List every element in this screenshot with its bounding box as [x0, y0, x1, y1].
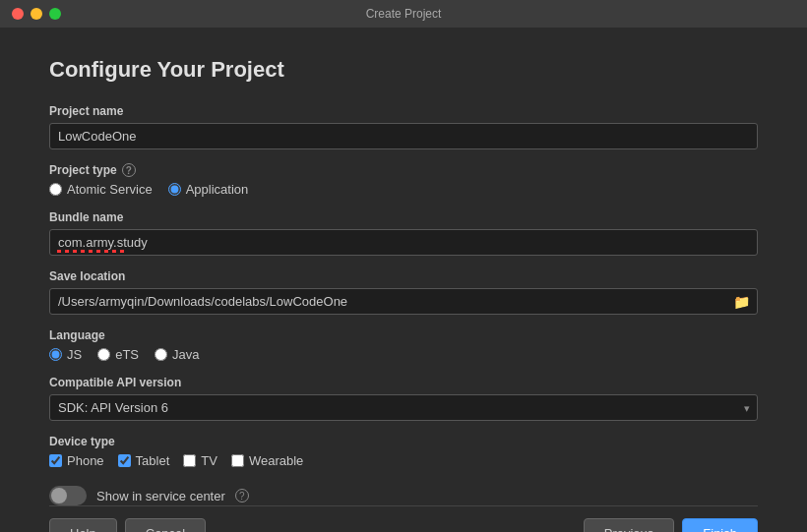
bundle-name-input[interactable] [49, 229, 758, 256]
footer-right: Previous Finish [584, 518, 758, 532]
close-button[interactable] [12, 8, 24, 20]
checkbox-tv-label: TV [201, 453, 217, 468]
save-location-section: Save location 📁 [49, 269, 758, 315]
folder-icon[interactable]: 📁 [733, 294, 750, 310]
service-center-row: Show in service center ? [49, 486, 758, 505]
footer-left: Help Cancel [49, 518, 206, 532]
project-type-label: Project type ? [49, 163, 758, 177]
api-version-select-wrapper: SDK: API Version 6 SDK: API Version 5 SD… [49, 394, 758, 421]
bundle-name-section: Bundle name [49, 210, 758, 256]
help-button[interactable]: Help [49, 518, 117, 532]
project-name-input[interactable] [49, 123, 758, 149]
device-type-section: Device type Phone Tablet TV Wearable [49, 435, 758, 468]
main-content: Configure Your Project Project name Proj… [0, 28, 807, 532]
maximize-button[interactable] [49, 8, 61, 20]
minimize-button[interactable] [31, 8, 42, 20]
project-type-section: Project type ? Atomic Service Applicatio… [49, 163, 758, 197]
radio-atomic-service[interactable]: Atomic Service [49, 182, 153, 197]
service-center-toggle[interactable] [49, 486, 87, 505]
project-name-label: Project name [49, 104, 758, 118]
checkbox-wearable[interactable]: Wearable [231, 453, 303, 468]
window-controls[interactable] [12, 8, 61, 20]
language-section: Language JS eTS Java [49, 328, 758, 362]
checkbox-phone[interactable]: Phone [49, 453, 104, 468]
checkbox-tablet[interactable]: Tablet [118, 453, 170, 468]
radio-ets[interactable]: eTS [97, 347, 139, 362]
radio-application[interactable]: Application [168, 182, 249, 197]
api-version-select[interactable]: SDK: API Version 6 SDK: API Version 5 SD… [49, 394, 758, 421]
finish-button[interactable]: Finish [682, 518, 758, 532]
save-location-label: Save location [49, 269, 758, 283]
project-type-help-icon[interactable]: ? [122, 163, 136, 177]
save-location-input-wrapper: 📁 [49, 288, 758, 315]
radio-ets-label: eTS [115, 347, 139, 362]
radio-java-label: Java [172, 347, 199, 362]
project-name-section: Project name [49, 104, 758, 149]
service-center-label: Show in service center [96, 489, 225, 503]
api-version-section: Compatible API version SDK: API Version … [49, 376, 758, 421]
api-version-label: Compatible API version [49, 376, 758, 389]
language-label: Language [49, 328, 758, 342]
language-radio-group: JS eTS Java [49, 347, 758, 362]
radio-js[interactable]: JS [49, 347, 82, 362]
cancel-button[interactable]: Cancel [125, 518, 206, 532]
radio-atomic-label: Atomic Service [67, 182, 153, 197]
checkbox-tv[interactable]: TV [183, 453, 217, 468]
device-type-label: Device type [49, 435, 758, 448]
previous-button[interactable]: Previous [584, 518, 675, 532]
window-title: Create Project [366, 7, 442, 21]
checkbox-wearable-label: Wearable [249, 453, 303, 468]
save-location-input[interactable] [49, 288, 758, 315]
project-type-radio-group: Atomic Service Application [49, 182, 758, 197]
radio-java[interactable]: Java [155, 347, 199, 362]
checkbox-tablet-label: Tablet [136, 453, 170, 468]
service-center-help-icon[interactable]: ? [235, 489, 249, 502]
radio-application-label: Application [186, 182, 249, 197]
device-type-checkbox-group: Phone Tablet TV Wearable [49, 453, 758, 468]
toggle-knob [51, 488, 67, 503]
title-bar: Create Project [0, 0, 807, 28]
radio-js-label: JS [67, 347, 82, 362]
page-title: Configure Your Project [49, 57, 758, 83]
footer: Help Cancel Previous Finish [49, 505, 758, 532]
bundle-name-label: Bundle name [49, 210, 758, 224]
checkbox-phone-label: Phone [67, 453, 104, 468]
